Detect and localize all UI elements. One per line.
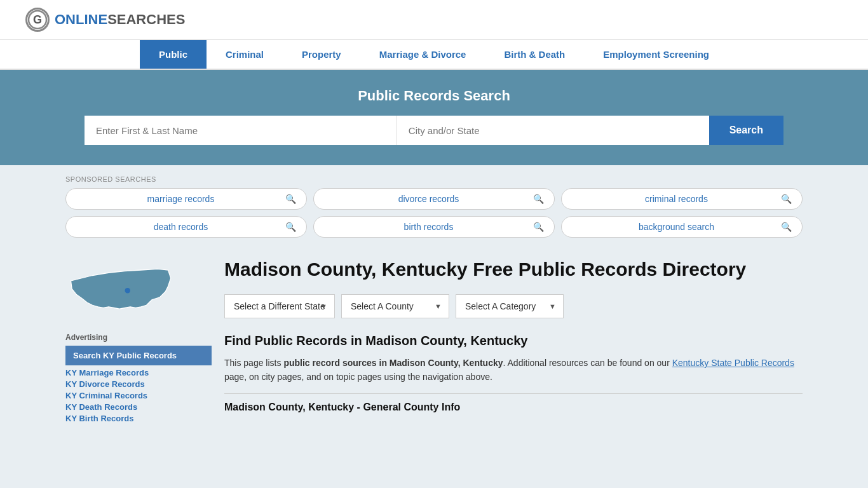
find-text-bold: public record sources in Madison County,… [283,358,503,368]
main-layout: Advertising Search KY Public Records KY … [65,250,803,425]
category-dropdown[interactable]: Select A Category [456,294,564,318]
sponsored-item-death[interactable]: death records 🔍 [65,216,307,238]
main-content: Madison County, Kentucky Free Public Rec… [224,257,803,425]
sponsored-grid: marriage records 🔍 divorce records 🔍 cri… [65,188,803,238]
find-text-2: . Additional resources can be found on o… [503,358,672,368]
search-icon-divorce: 🔍 [533,194,544,204]
county-dropdown[interactable]: Select A County [341,294,449,318]
svg-text:G: G [33,13,42,26]
sponsored-item-criminal[interactable]: criminal records 🔍 [561,188,803,210]
sponsored-item-marriage[interactable]: marriage records 🔍 [65,188,307,210]
sponsored-link-divorce[interactable]: divorce records [324,194,533,204]
sponsored-label: SPONSORED SEARCHES [65,175,803,183]
county-info-title: Madison County, Kentucky - General Count… [224,393,803,413]
svg-point-2 [125,288,131,294]
sidebar-link-criminal[interactable]: KY Criminal Records [65,391,212,400]
sponsored-link-marriage[interactable]: marriage records [76,194,285,204]
find-text-1: This page lists [224,358,283,368]
sponsored-item-background[interactable]: background search 🔍 [561,216,803,238]
logo-icon: G [25,8,50,32]
category-dropdown-wrapper: Select A Category [456,294,564,318]
sponsored-link-background[interactable]: background search [572,222,781,232]
dropdowns-row: Select a Different State Select A County… [224,294,803,318]
logo-area: G ONLINESEARCHES [25,8,185,32]
advertising-label: Advertising [65,333,212,342]
search-button[interactable]: Search [709,116,783,145]
sponsored-item-divorce[interactable]: divorce records 🔍 [313,188,555,210]
nav-employment[interactable]: Employment Screening [584,40,728,69]
hero-section: Public Records Search Search [0,70,868,165]
city-input[interactable] [397,116,709,145]
sidebar-link-death[interactable]: KY Death Records [65,402,212,412]
state-dropdown-wrapper: Select a Different State [224,294,335,318]
find-text-3: page, on city pages, and on topic pages … [224,372,492,382]
search-icon-death: 🔍 [285,222,296,232]
search-bar: Search [85,116,783,145]
sponsored-item-birth[interactable]: birth records 🔍 [313,216,555,238]
search-icon-birth: 🔍 [533,222,544,232]
find-paragraph: This page lists public record sources in… [224,356,803,384]
find-title: Find Public Records in Madison County, K… [224,334,803,348]
main-nav: Public Criminal Property Marriage & Divo… [0,40,868,70]
ky-records-link[interactable]: Kentucky State Public Records [672,358,794,368]
page-title: Madison County, Kentucky Free Public Rec… [224,257,803,281]
logo-text: ONLINESEARCHES [55,11,185,28]
search-icon-background: 🔍 [781,222,792,232]
sidebar-link-marriage[interactable]: KY Marriage Records [65,368,212,377]
search-icon-criminal: 🔍 [781,194,792,204]
search-icon-marriage: 🔍 [285,194,296,204]
sidebar-link-birth[interactable]: KY Birth Records [65,414,212,423]
content-wrapper: SPONSORED SEARCHES marriage records 🔍 di… [40,175,828,425]
sidebar-ad-highlight[interactable]: Search KY Public Records [65,346,212,365]
state-dropdown[interactable]: Select a Different State [224,294,335,318]
county-dropdown-wrapper: Select A County [341,294,449,318]
sidebar-link-divorce[interactable]: KY Divorce Records [65,379,212,389]
sponsored-link-criminal[interactable]: criminal records [572,194,781,204]
nav-criminal[interactable]: Criminal [207,40,283,69]
ky-map [65,257,173,327]
sponsored-link-death[interactable]: death records [76,222,285,232]
header: G ONLINESEARCHES [0,0,868,40]
sidebar: Advertising Search KY Public Records KY … [65,257,212,425]
nav-public[interactable]: Public [140,40,207,69]
name-input[interactable] [85,116,397,145]
hero-title: Public Records Search [25,88,843,104]
nav-property[interactable]: Property [283,40,360,69]
sponsored-link-birth[interactable]: birth records [324,222,533,232]
nav-birth-death[interactable]: Birth & Death [485,40,584,69]
nav-marriage-divorce[interactable]: Marriage & Divorce [360,40,485,69]
